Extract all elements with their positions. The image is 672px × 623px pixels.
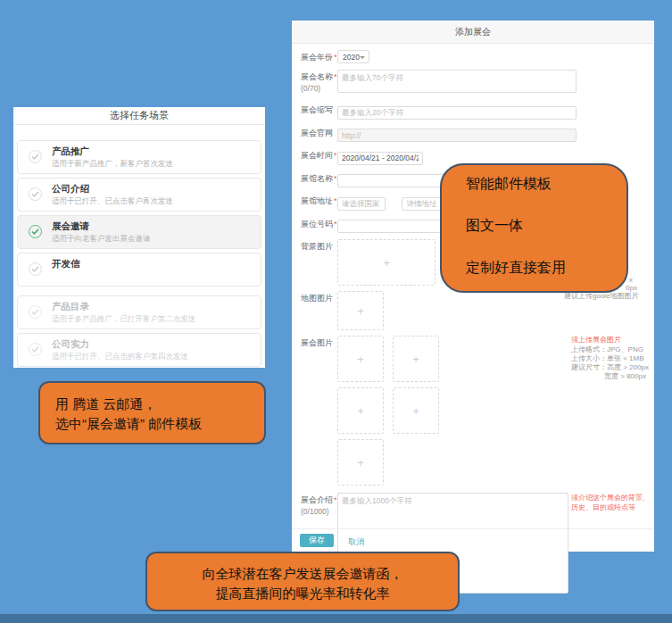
- callout-template-features: 智能邮件模板 图文一体 定制好直接套用: [440, 163, 628, 293]
- char-counter: (0/1000): [301, 507, 337, 517]
- field-label: 展会介绍: [301, 495, 333, 504]
- expo-image-upload-4[interactable]: +: [393, 387, 439, 434]
- plus-icon: +: [357, 404, 364, 418]
- expo-image-hint-title: 须上传展会图片: [571, 336, 656, 345]
- check-icon: [29, 150, 42, 163]
- callout-line: 图文一体: [466, 219, 626, 233]
- check-icon-selected: [29, 225, 42, 238]
- scenario-item-product-catalog[interactable]: 产品目录 适用于多产品推广，已打开客户第二次发送: [17, 295, 261, 329]
- expo-image-upload-2[interactable]: +: [393, 336, 439, 382]
- callout-line: 用 腾道 云邮通，: [55, 395, 264, 414]
- callout-line: 定制好直接套用: [466, 261, 626, 275]
- scenario-item-dev-letter[interactable]: 开发信: [17, 253, 261, 287]
- bottom-accent-bar: [0, 614, 672, 623]
- field-label: 展会缩写: [301, 105, 333, 114]
- hint-line: 建议尺寸：高度 > 200px: [571, 363, 656, 372]
- required-asterisk: *: [334, 174, 337, 183]
- save-button[interactable]: 保存: [300, 534, 334, 547]
- field-label: 背景图片: [301, 242, 333, 251]
- plus-icon: +: [383, 256, 390, 270]
- scenario-item-title: 产品目录: [52, 301, 261, 312]
- field-expo-year: 展会年份* 2020: [301, 50, 654, 63]
- field-label: 展会图片: [301, 338, 333, 347]
- field-expo-images: 展会图片 + + + + + 须上传展会图片 上传格式：JPG、PNG 上传大小…: [301, 336, 654, 491]
- field-label: 地图图片: [301, 294, 333, 303]
- required-asterisk: *: [334, 72, 337, 81]
- chevron-down-icon: [360, 56, 365, 59]
- expo-image-hints: 须上传展会图片 上传格式：JPG、PNG 上传大小：单张 < 1MB 建议尺寸：…: [571, 336, 656, 491]
- callout-line: 智能邮件模板: [466, 177, 626, 191]
- modal-title: 添加展会: [292, 21, 654, 44]
- field-expo-website: 展会官网: [301, 126, 654, 143]
- scenario-item-subtitle: 适用于向老客户发出展会邀请: [52, 233, 261, 244]
- field-label: 展馆地址: [301, 196, 333, 205]
- hint-line: 上传格式：JPG、PNG: [571, 345, 656, 354]
- scenario-item-subtitle: 适用于已打开、已点击的客户第四次发送: [52, 351, 261, 361]
- hint-line: 宽度 > 800px: [571, 372, 656, 381]
- expo-name-input[interactable]: [337, 70, 577, 93]
- modal-footer: 保存 取消: [292, 528, 654, 552]
- scenario-item-company-strength[interactable]: 公司实力 适用于已打开、已点击的客户第四次发送: [17, 333, 261, 367]
- scenario-item-title: 公司实力: [52, 338, 261, 350]
- plus-icon: +: [412, 353, 419, 366]
- field-label: 展会名称: [301, 72, 333, 81]
- required-asterisk: *: [334, 151, 337, 160]
- field-expo-name: 展会名称* (0/70): [301, 70, 654, 96]
- callout-line: 向全球潜在客户发送展会邀请函，: [147, 564, 458, 584]
- cancel-button[interactable]: 取消: [348, 536, 364, 548]
- char-counter: (0/70): [301, 84, 337, 94]
- expo-time-input[interactable]: [337, 152, 423, 165]
- expo-abbr-input[interactable]: [337, 106, 577, 120]
- check-icon: [29, 305, 42, 319]
- scenario-panel: 选择任务场景 产品推广 适用于新产品推广，新客户首次发送 公司介绍 适用于已打开…: [13, 107, 265, 368]
- scenario-item-subtitle: 适用于已打开、已点击客户再次发送: [52, 195, 261, 206]
- plus-icon: +: [357, 456, 364, 469]
- scenario-item-title: 展会邀请: [52, 220, 261, 232]
- callout-line: 选中“展会邀请” 邮件模板: [55, 414, 264, 434]
- bg-image-upload[interactable]: +: [337, 239, 436, 286]
- field-label: 展会官网: [301, 129, 333, 137]
- required-asterisk: *: [334, 196, 337, 205]
- scenario-item-title: 产品推广: [52, 145, 261, 157]
- callout-line: 提高直播间的曝光率和转化率: [147, 584, 458, 603]
- country-select-input[interactable]: [337, 197, 386, 211]
- add-expo-form: 展会年份* 2020 展会名称* (0/70) 展会缩写 展会官网: [292, 44, 654, 594]
- required-asterisk: *: [334, 220, 337, 228]
- expo-image-upload-1[interactable]: +: [337, 336, 384, 382]
- check-icon: [29, 343, 42, 356]
- expo-image-upload-5[interactable]: +: [337, 439, 384, 486]
- plus-icon: +: [357, 353, 364, 366]
- field-label: 展会年份: [301, 53, 333, 62]
- required-asterisk: *: [334, 495, 337, 504]
- scenario-item-title: 开发信: [52, 258, 261, 270]
- field-label: 展会时间: [301, 151, 333, 160]
- year-select[interactable]: 2020: [337, 50, 369, 63]
- scenario-item-subtitle: 适用于新产品推广，新客户首次发送: [52, 158, 261, 169]
- callout-benefit: 向全球潜在客户发送展会邀请函， 提高直播间的曝光率和转化率: [145, 552, 460, 611]
- scenario-item-expo-invite[interactable]: 展会邀请 适用于向老客户发出展会邀请: [17, 215, 261, 249]
- callout-instruction: 用 腾道 云邮通， 选中“展会邀请” 邮件模板: [38, 381, 266, 444]
- expo-image-grid: + + + + +: [337, 336, 494, 491]
- required-asterisk: *: [334, 53, 337, 62]
- scenario-item-product-promo[interactable]: 产品推广 适用于新产品推广，新客户首次发送: [17, 140, 261, 174]
- scenario-panel-title: 选择任务场景: [13, 107, 265, 125]
- plus-icon: +: [412, 404, 419, 418]
- year-select-value: 2020: [343, 53, 360, 62]
- scenario-item-company-intro[interactable]: 公司介绍 适用于已打开、已点击客户再次发送: [17, 178, 261, 212]
- plus-icon: +: [357, 304, 364, 318]
- hint-fragment: x: [629, 276, 633, 284]
- scenario-item-title: 公司介绍: [52, 183, 261, 195]
- expo-website-input[interactable]: [337, 129, 577, 142]
- map-image-upload[interactable]: +: [337, 291, 384, 330]
- field-label: 展馆名称: [301, 174, 333, 183]
- expo-image-upload-3[interactable]: +: [337, 387, 384, 434]
- check-icon: [29, 262, 42, 276]
- scenario-list: 产品推广 适用于新产品推广，新客户首次发送 公司介绍 适用于已打开、已点击客户再…: [13, 125, 265, 367]
- check-icon: [29, 187, 42, 201]
- hint-line: 上传大小：单张 < 1MB: [571, 354, 656, 363]
- field-expo-abbr: 展会缩写: [301, 103, 654, 120]
- field-expo-time: 展会时间*: [301, 148, 654, 165]
- field-label: 展位号码: [301, 220, 333, 228]
- scenario-item-subtitle: 适用于多产品推广，已打开客户第二次发送: [52, 313, 261, 324]
